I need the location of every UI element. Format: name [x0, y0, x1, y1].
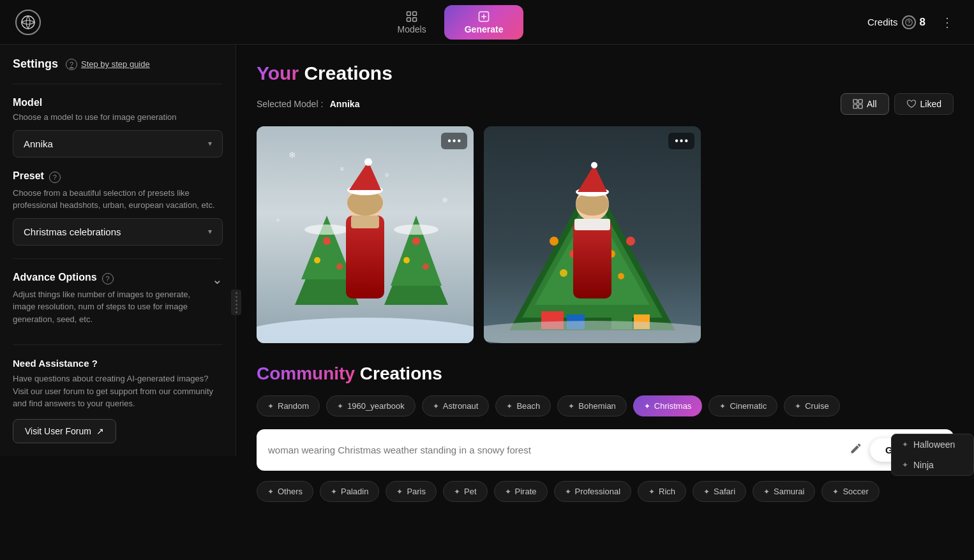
top-navigation: Models Generate Credits 8 ⋮ [0, 0, 974, 45]
visit-btn-label: Visit User Forum [25, 426, 91, 436]
community-tag-astronaut[interactable]: ✦Astronaut [422, 395, 490, 416]
advance-options-section: Advance Options ? Adjust things like num… [13, 272, 223, 332]
creation-image-1[interactable]: ❄ ❄ ❄ ❄ ❄ ••• [257, 126, 474, 343]
community-heading: Community Creations [257, 364, 954, 384]
svg-rect-10 [853, 105, 857, 108]
bottom-tag-pet[interactable]: ✦Pet [443, 481, 488, 502]
bottom-tag-others[interactable]: ✦Others [257, 481, 313, 502]
models-icon [405, 10, 418, 23]
tag-star-icon: ✦ [267, 402, 274, 411]
tag-star-icon: ✦ [433, 402, 439, 411]
christmas-scene-1-svg: ❄ ❄ ❄ ❄ ❄ [257, 126, 474, 343]
bottom-tag-safari[interactable]: ✦Safari [693, 481, 746, 502]
sidebar-header: Settings ? Step by step guide [13, 57, 223, 71]
model-label-text: Selected Model : [257, 99, 323, 109]
svg-point-19 [314, 257, 320, 263]
tag-label: Cruise [805, 401, 829, 411]
preset-help-icon[interactable]: ? [49, 172, 61, 183]
svg-point-20 [336, 263, 343, 270]
svg-text:❄: ❄ [384, 172, 389, 179]
tag-star-icon: ✦ [719, 402, 726, 411]
visit-forum-button[interactable]: Visit User Forum ↗ [13, 419, 116, 443]
svg-point-47 [560, 269, 567, 277]
tag-label: 1960_yearbook [347, 401, 405, 411]
bottom-tag-paladin[interactable]: ✦Paladin [320, 481, 379, 502]
credits-count: 8 [920, 16, 925, 29]
bottom-tag-paris[interactable]: ✦Paris [386, 481, 437, 502]
svg-text:❄: ❄ [276, 217, 280, 223]
drag-dot-1 [236, 292, 237, 294]
main-content: Your Creations Selected Model : Annika [236, 45, 974, 560]
credits-icon [902, 15, 916, 29]
bottom-tag-rich[interactable]: ✦Rich [638, 481, 686, 502]
filter-liked-button[interactable]: Liked [894, 93, 954, 115]
bottom-tag-star-icon: ✦ [267, 487, 274, 496]
ninja-tag-item[interactable]: ✦ Ninja [892, 455, 973, 475]
model-selected: Annika [24, 138, 53, 149]
preset-dropdown[interactable]: Christmas celebrations ▾ [13, 218, 223, 246]
bottom-tag-star-icon: ✦ [763, 487, 770, 496]
community-tag-cruise[interactable]: ✦Cruise [784, 395, 840, 416]
bottom-tag-label: Soccer [843, 487, 868, 496]
nav-center: Models Generate [385, 5, 524, 40]
step-guide-link[interactable]: ? Step by step guide [66, 59, 150, 70]
advance-header-row: Advance Options ? [13, 272, 212, 286]
community-tag-christmas[interactable]: ✦Christmas [633, 395, 703, 416]
image-2-menu[interactable]: ••• [668, 133, 694, 149]
creation-image-2[interactable]: ••• [484, 126, 701, 343]
drag-dot-6 [236, 311, 237, 313]
app-logo[interactable] [15, 10, 41, 35]
preset-header-row: Preset ? [13, 170, 223, 184]
image-1-menu[interactable]: ••• [441, 133, 467, 149]
models-nav-item[interactable]: Models [385, 5, 439, 40]
prompt-input[interactable] [268, 445, 842, 455]
community-heading-rest: Creations [355, 364, 442, 383]
credits-display: Credits 8 [867, 15, 925, 29]
bottom-tags-row: ✦Others✦Paladin✦Paris✦Pet✦Pirate✦Profess… [257, 481, 954, 502]
advance-toggle-button[interactable]: ⌄ [212, 272, 223, 287]
community-tag-random[interactable]: ✦Random [257, 395, 320, 416]
svg-rect-9 [858, 99, 862, 103]
community-tag-cinematic[interactable]: ✦Cinematic [708, 395, 777, 416]
bottom-tag-samurai[interactable]: ✦Samurai [753, 481, 815, 502]
svg-point-50 [618, 273, 624, 279]
svg-point-61 [591, 162, 597, 168]
tag-star-icon: ✦ [568, 402, 574, 411]
nav-right: Credits 8 ⋮ [867, 12, 959, 33]
tag-star-icon: ✦ [337, 402, 343, 411]
community-tag-bohemian[interactable]: ✦Bohemian [557, 395, 627, 416]
bottom-tag-professional[interactable]: ✦Professional [554, 481, 632, 502]
svg-text:❄: ❄ [340, 166, 345, 172]
filter-all-button[interactable]: All [841, 93, 889, 115]
bottom-tag-label: Pet [464, 487, 477, 496]
sidebar-resize-handle[interactable] [231, 290, 241, 315]
tag-star-icon: ✦ [506, 402, 513, 411]
svg-rect-62 [574, 219, 610, 230]
more-menu-button[interactable]: ⋮ [936, 12, 959, 33]
tag-label: Cinematic [730, 401, 767, 411]
bottom-tag-label: Samurai [774, 487, 804, 496]
overflow-tags-dropdown[interactable]: ✦ Halloween ✦ Ninja [891, 434, 974, 476]
tag-star-icon: ✦ [795, 402, 801, 411]
drag-dot-2 [236, 296, 237, 298]
image-1-content: ❄ ❄ ❄ ❄ ❄ [257, 126, 474, 343]
edit-prompt-icon[interactable] [850, 442, 862, 458]
community-tag-beach[interactable]: ✦Beach [495, 395, 551, 416]
generate-nav-item[interactable]: Generate [444, 5, 524, 40]
bottom-tag-soccer[interactable]: ✦Soccer [821, 481, 879, 502]
filter-buttons: All Liked [841, 93, 954, 115]
models-label: Models [398, 24, 426, 34]
tag-star-icon: ✦ [644, 402, 650, 411]
community-tag-1960_yearbook[interactable]: ✦1960_yearbook [326, 395, 416, 416]
advance-help-icon[interactable]: ? [102, 273, 114, 284]
svg-rect-4 [413, 17, 417, 21]
model-dropdown[interactable]: Annika ▾ [13, 130, 223, 158]
svg-rect-8 [853, 99, 857, 103]
halloween-tag-item[interactable]: ✦ Halloween [892, 434, 973, 455]
tag-label: Astronaut [443, 401, 479, 411]
bottom-tag-pirate[interactable]: ✦Pirate [494, 481, 548, 502]
prompt-bar: Generate [257, 429, 954, 471]
svg-point-18 [323, 237, 331, 245]
model-label: Model [13, 97, 223, 108]
model-description: Choose a model to use for image generati… [13, 111, 223, 124]
